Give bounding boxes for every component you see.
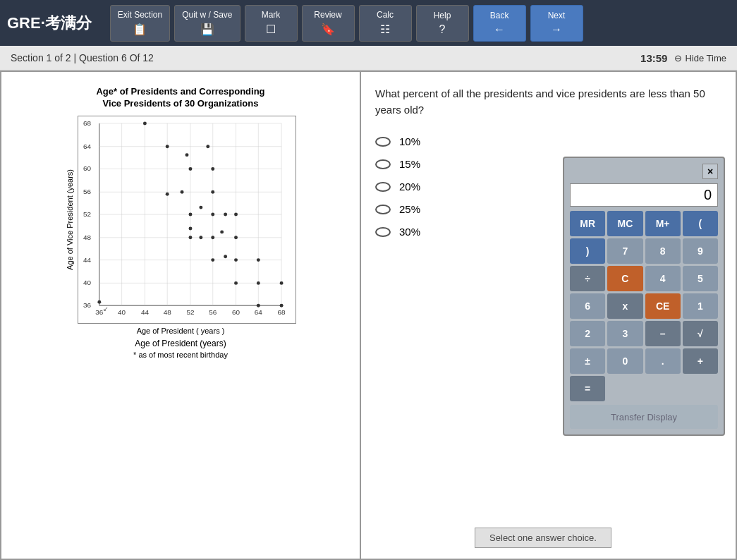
mark-button[interactable]: Mark ☐: [245, 5, 298, 42]
hide-time-label: Hide Time: [685, 53, 726, 63]
question-text: What percent of all the presidents and v…: [375, 86, 721, 118]
scatter-plot: .grid-line { stroke: #ccc; stroke-width:…: [78, 116, 296, 324]
svg-text:60: 60: [83, 164, 91, 172]
svg-point-58: [234, 258, 238, 262]
svg-point-54: [220, 230, 224, 233]
calc-add-button[interactable]: +: [683, 348, 718, 374]
calc-mr-button[interactable]: MR: [570, 211, 605, 236]
svg-text:68: 68: [277, 308, 286, 316]
calc-eq-button[interactable]: =: [570, 376, 605, 401]
logo: GRE·考满分: [7, 13, 92, 34]
svg-point-59: [234, 281, 238, 285]
svg-text:52: 52: [186, 308, 195, 316]
svg-point-36: [142, 121, 146, 125]
calc-mc-button[interactable]: MC: [607, 211, 642, 236]
svg-point-57: [224, 255, 227, 258]
calc-1-button[interactable]: 1: [683, 293, 718, 319]
back-icon: ←: [494, 23, 505, 36]
back-label: Back: [490, 11, 509, 20]
svg-text:56: 56: [209, 308, 217, 316]
main-content: Age* of Presidents and Corresponding Vic…: [0, 71, 737, 560]
review-icon: 🔖: [321, 23, 335, 36]
svg-point-52: [199, 236, 202, 239]
section-info: Section 1 of 2 | Question 6 Of 12: [11, 52, 154, 63]
calc-7-button[interactable]: 7: [607, 238, 642, 264]
help-button[interactable]: Help ?: [416, 5, 469, 42]
svg-point-38: [185, 153, 188, 157]
svg-point-46: [211, 212, 214, 216]
svg-point-43: [180, 190, 183, 194]
exit-section-button[interactable]: Exit Section 📋: [110, 5, 170, 42]
svg-point-62: [256, 303, 260, 307]
radio-b[interactable]: [375, 159, 391, 169]
calc-clear-button[interactable]: C: [607, 266, 642, 291]
calc-9-button[interactable]: 9: [683, 238, 718, 264]
calc-0-button[interactable]: 0: [607, 348, 642, 374]
calc-rparen-button[interactable]: ): [570, 238, 605, 264]
calc-div-button[interactable]: ÷: [570, 266, 605, 291]
svg-point-49: [234, 212, 238, 216]
radio-d[interactable]: [375, 205, 391, 214]
svg-point-64: [279, 303, 283, 307]
choice-a[interactable]: 10%: [375, 135, 721, 147]
radio-e[interactable]: [375, 227, 391, 237]
exit-section-label: Exit Section: [118, 10, 162, 20]
svg-text:48: 48: [163, 308, 171, 316]
review-button[interactable]: Review 🔖: [302, 5, 355, 42]
sub-header: Section 1 of 2 | Question 6 Of 12 13:59 …: [0, 46, 737, 71]
svg-text:48: 48: [83, 233, 91, 241]
quit-save-icon: 💾: [200, 23, 214, 36]
svg-text:36: 36: [83, 301, 91, 309]
svg-point-45: [199, 205, 202, 209]
svg-point-42: [165, 193, 169, 196]
calc-mul-button[interactable]: x: [607, 293, 642, 319]
calc-6-button[interactable]: 6: [570, 293, 605, 319]
calc-label: Calc: [377, 10, 394, 20]
status-text: Select one answer choice.: [475, 528, 611, 548]
hide-time-button[interactable]: ⊖ Hide Time: [674, 53, 726, 63]
svg-point-44: [188, 212, 192, 216]
choice-c-label: 20%: [399, 181, 420, 193]
svg-point-51: [188, 236, 192, 239]
calc-button[interactable]: Calc ☷: [359, 5, 412, 42]
svg-point-65: [97, 300, 101, 304]
calc-sub-button[interactable]: –: [645, 321, 681, 346]
radio-c[interactable]: [375, 182, 391, 192]
calc-close-button[interactable]: ×: [702, 164, 718, 179]
help-label: Help: [434, 11, 451, 20]
quit-save-button[interactable]: Quit w / Save 💾: [174, 5, 240, 42]
svg-point-37: [165, 145, 169, 148]
radio-a[interactable]: [375, 137, 391, 147]
calc-sqrt-button[interactable]: √: [683, 321, 718, 346]
svg-text:44: 44: [140, 308, 149, 316]
calc-grid: MR MC M+ ( ) 7 8 9 ÷ C 4 5 6 x CE 1 2: [570, 211, 718, 429]
calc-dot-button[interactable]: .: [645, 348, 681, 374]
calc-mplus-button[interactable]: M+: [645, 211, 681, 236]
quit-save-label: Quit w / Save: [182, 10, 232, 20]
mark-icon: ☐: [266, 23, 276, 36]
transfer-display-button[interactable]: Transfer Display: [570, 405, 718, 429]
svg-point-39: [188, 167, 192, 171]
exit-section-icon: 📋: [133, 23, 147, 36]
calc-display: 0: [570, 183, 718, 207]
calc-pm-button[interactable]: ±: [570, 348, 605, 374]
calc-ce-button[interactable]: CE: [645, 293, 681, 319]
calc-4-button[interactable]: 4: [645, 266, 681, 291]
svg-text:60: 60: [232, 308, 240, 316]
left-panel: Age* of Presidents and Corresponding Vic…: [1, 72, 361, 559]
choice-e-label: 30%: [399, 226, 420, 238]
svg-point-55: [234, 236, 238, 239]
next-icon: →: [551, 23, 562, 36]
calc-3-button[interactable]: 3: [607, 321, 642, 346]
svg-point-50: [188, 226, 192, 230]
calc-5-button[interactable]: 5: [683, 266, 718, 291]
calc-icon: ☷: [380, 23, 390, 36]
choice-b-label: 15%: [399, 158, 420, 170]
calc-2-button[interactable]: 2: [570, 321, 605, 346]
svg-point-60: [256, 258, 260, 262]
next-button[interactable]: Next →: [530, 5, 583, 42]
back-button[interactable]: Back ←: [473, 5, 526, 42]
calc-lparen-button[interactable]: (: [683, 211, 718, 236]
svg-point-48: [224, 212, 227, 216]
calc-8-button[interactable]: 8: [645, 238, 681, 264]
